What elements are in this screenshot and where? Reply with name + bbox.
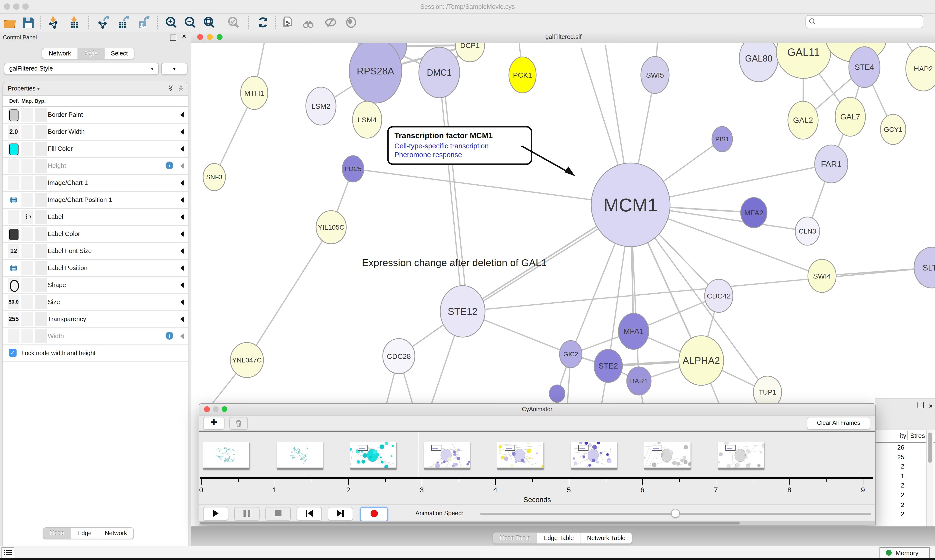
collapse-all-icon[interactable]: ≫ (177, 85, 184, 91)
network-node-gal11[interactable]: GAL11 (776, 43, 831, 78)
network-node-pdc5[interactable]: PDC5 (343, 156, 364, 182)
open-folder-icon[interactable] (3, 16, 16, 29)
network-edge[interactable] (439, 72, 463, 311)
cyanimator-titlebar[interactable]: CyAnimator (199, 404, 875, 415)
scrollbar-thumb[interactable] (200, 522, 740, 525)
timeline-scrollbar[interactable] (199, 521, 875, 525)
mapping-icon[interactable]: ⋮› (23, 212, 31, 220)
record-button[interactable] (360, 507, 388, 522)
import-table-icon[interactable] (68, 16, 81, 29)
expand-row-icon[interactable] (180, 197, 184, 203)
import-network-icon[interactable] (47, 16, 60, 29)
skip-to-start-button[interactable] (296, 507, 322, 521)
network-edge[interactable] (353, 169, 631, 205)
memory-button[interactable]: Memory (879, 547, 930, 558)
float-panel-icon[interactable] (918, 402, 924, 408)
network-node-lsm4[interactable]: LSM4 (353, 101, 382, 138)
expand-row-icon[interactable] (180, 333, 184, 339)
network-node-bar1[interactable]: BAR1 (627, 367, 651, 395)
tab-node[interactable]: Node (43, 528, 71, 538)
frame-thumbnail-5[interactable] (571, 442, 617, 469)
close-panel-icon[interactable]: × (182, 32, 186, 39)
zoom-in-icon[interactable] (165, 16, 178, 29)
show-all-icon[interactable] (345, 16, 358, 29)
info-icon[interactable]: i (165, 332, 173, 340)
property-row-size[interactable]: 50.0Size (3, 294, 188, 311)
network-node-swi5[interactable]: SWI5 (641, 57, 669, 94)
maximize-window-icon[interactable] (222, 406, 227, 412)
delete-frame-button[interactable] (229, 417, 248, 429)
frame-thumbnail-4[interactable] (497, 442, 543, 469)
maximize-window-icon[interactable] (217, 34, 222, 40)
network-node-mfa1[interactable]: MFA1 (619, 313, 649, 349)
properties-header[interactable]: Properties ▾ ≫ ≫ (3, 82, 188, 96)
property-row-image-chart-1[interactable]: Image/Chart 1 (3, 175, 188, 192)
close-window-icon[interactable] (197, 34, 203, 40)
frame-thumbnail-0[interactable] (203, 442, 249, 469)
expand-row-icon[interactable] (180, 180, 184, 186)
network-node-sp1[interactable] (549, 385, 565, 402)
network-node-gal2[interactable]: GAL2 (788, 101, 818, 139)
search-field[interactable] (805, 15, 923, 28)
column-header[interactable]: Stres (910, 432, 925, 439)
network-node-gcy1[interactable]: GCY1 (881, 114, 906, 145)
info-icon[interactable]: i (165, 162, 173, 169)
expand-row-icon[interactable] (180, 214, 184, 220)
network-node-gal7[interactable]: GAL7 (835, 97, 866, 136)
network-node-far1[interactable]: FAR1 (815, 145, 848, 183)
network-node-slt2[interactable]: SLT2 (914, 247, 935, 288)
hide-selected-icon[interactable] (324, 16, 338, 29)
float-panel-icon[interactable] (170, 35, 176, 41)
expand-row-icon[interactable] (180, 112, 184, 118)
network-node-mth1[interactable]: MTH1 (241, 76, 268, 109)
frame-thumbnail-6[interactable] (644, 442, 691, 469)
style-selector[interactable]: galFiltered Style ▾ (4, 63, 159, 75)
network-node-hap2[interactable]: HAP2 (906, 46, 935, 91)
network-node-mfa2[interactable]: MFA2 (741, 197, 767, 228)
clear-all-frames-button[interactable]: Clear All Frames (807, 417, 870, 429)
expand-row-icon[interactable] (180, 248, 184, 254)
tab-network[interactable]: Network (98, 528, 133, 538)
show-panels-button[interactable] (2, 547, 14, 558)
tab-node-table[interactable]: Node Table (493, 533, 537, 543)
clone-network-icon[interactable] (281, 16, 294, 29)
expand-row-icon[interactable] (180, 231, 184, 237)
zoom-fit-icon[interactable] (202, 16, 216, 29)
style-options-button[interactable]: ▾ (161, 63, 187, 75)
minimize-window-icon[interactable] (213, 406, 219, 412)
property-row-border-width[interactable]: 2.0Border Width (3, 123, 188, 141)
network-node-ynl047c[interactable]: YNL047C (230, 343, 264, 378)
property-row-height[interactable]: Heighti (3, 158, 188, 175)
default-value[interactable]: 2.0 (8, 128, 20, 135)
network-node-pck1[interactable]: PCK1 (509, 57, 536, 93)
default-value[interactable]: 12 (8, 248, 20, 254)
playhead[interactable] (418, 432, 418, 477)
lock-node-size-checkbox[interactable]: ✓ (9, 349, 17, 357)
default-value[interactable]: 255 (8, 316, 20, 323)
annotation-link-2[interactable]: Pheromone response (395, 151, 525, 158)
minimize-window-icon[interactable] (13, 3, 20, 10)
expand-row-icon[interactable] (180, 299, 184, 305)
tab-network-table[interactable]: Network Table (581, 533, 632, 543)
network-node-gic2[interactable]: GIC2 (560, 341, 582, 368)
expand-row-icon[interactable] (180, 282, 184, 288)
frame-thumbnail-2[interactable] (350, 442, 397, 469)
default-value[interactable]: 50.0 (8, 299, 20, 305)
network-edge[interactable] (443, 76, 468, 309)
network-node-pis1[interactable]: PIS1 (712, 126, 733, 152)
close-panel-icon[interactable]: × (929, 402, 933, 410)
expand-row-icon[interactable] (180, 146, 184, 152)
property-row-border-paint[interactable]: Border Paint (3, 106, 188, 123)
network-node-mcm1[interactable]: MCM1 (591, 163, 670, 247)
network-node-dcp1[interactable]: DCP1 (455, 43, 484, 62)
expand-row-icon[interactable] (180, 265, 184, 271)
property-row-label-font-size[interactable]: 12Label Font Size (3, 243, 188, 260)
expand-row-icon[interactable] (180, 129, 184, 135)
shape-preview[interactable] (10, 280, 19, 292)
add-frame-button[interactable]: ✚ (203, 417, 224, 429)
pause-button[interactable] (234, 507, 259, 521)
tab-network[interactable]: Network (42, 48, 78, 59)
close-window-icon[interactable] (204, 406, 210, 412)
maximize-window-icon[interactable] (22, 3, 29, 10)
network-node-lsm2[interactable]: LSM2 (306, 87, 336, 125)
